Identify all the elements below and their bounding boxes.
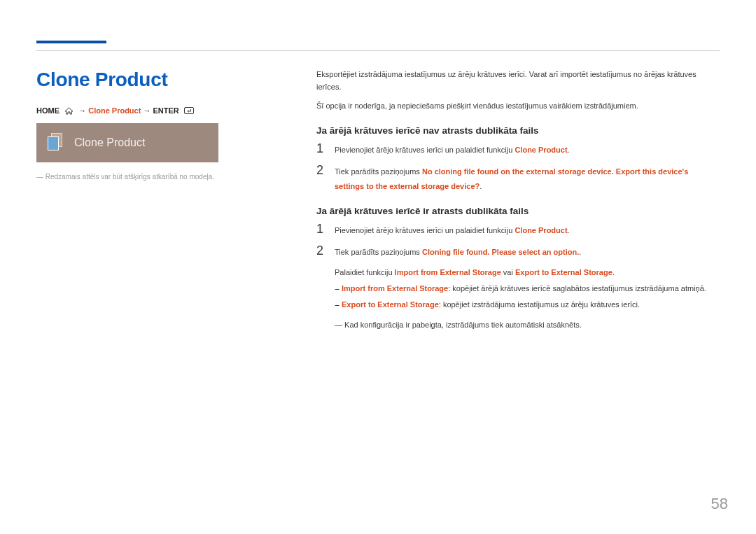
section-2-heading: Ja ārējā krātuves ierīcē ir atrasts dubl…: [316, 206, 720, 216]
page-root: Clone Product HOME → Clone Product → ENT…: [0, 0, 756, 534]
text: : kopējiet izstrādājuma iestatījumus uz …: [439, 300, 640, 309]
breadcrumb-product: Clone Product: [88, 106, 141, 115]
clone-product-tile: Clone Product: [36, 123, 218, 162]
intro-block: Eksportējiet izstrādājuma iestatījumus u…: [316, 69, 720, 113]
enter-icon: [184, 107, 194, 115]
breadcrumb-arrow-2: →: [143, 106, 150, 115]
left-note: ― Redzamais attēls var būt atšķirīgs atk…: [36, 172, 288, 182]
right-column: Eksportējiet izstrādājuma iestatījumus u…: [316, 69, 720, 332]
breadcrumb-home: HOME: [36, 106, 59, 115]
step-number: 1: [316, 141, 326, 157]
step-body: Tiek parādīts paziņojums No cloning file…: [335, 163, 720, 194]
text: Palaidiet funkciju: [335, 268, 395, 276]
svg-rect-0: [184, 108, 193, 114]
s2-step-2: 2 Tiek parādīts paziņojums Cloning file …: [316, 244, 720, 260]
step-number: 2: [316, 163, 326, 178]
page-title: Clone Product: [36, 69, 288, 91]
breadcrumb-arrow-1: →: [78, 106, 86, 115]
step-body: Pievienojiet ārējo krātuves ierīci un pa…: [335, 141, 570, 157]
top-rule: [36, 50, 720, 51]
emph-import: Import from External Storage: [342, 284, 448, 293]
bullet-export: ‒ Export to External Storage: kopējiet i…: [335, 297, 720, 312]
s2-step-1: 1 Pievienojiet ārējo krātuves ierīci un …: [316, 222, 720, 238]
dash-icon: ‒: [335, 297, 342, 312]
content-area: Clone Product HOME → Clone Product → ENT…: [36, 69, 720, 334]
s1-step-1: 1 Pievienojiet ārējo krātuves ierīci un …: [316, 141, 720, 157]
text: .: [479, 182, 482, 190]
text: .: [612, 268, 615, 276]
foot-note: ― Kad konfigurācija ir pabeigta, izstrād…: [335, 318, 720, 332]
sub-list: Palaidiet funkciju Import from External …: [335, 265, 720, 332]
emph-clone-product: Clone Product: [514, 226, 567, 234]
text: Tiek parādīts paziņojums: [335, 248, 422, 256]
step-body: Tiek parādīts paziņojums Cloning file fo…: [335, 244, 581, 260]
intro-line-1: Eksportējiet izstrādājuma iestatījumus u…: [316, 69, 720, 93]
emph-export: Export to External Storage: [342, 300, 439, 309]
text: Pievienojiet ārējo krātuves ierīci un pa…: [335, 226, 514, 234]
text: .: [568, 146, 570, 154]
breadcrumb-enter: ENTER: [153, 106, 178, 115]
emph-import: Import from External Storage: [395, 268, 501, 276]
emph-cloning-file-found: Cloning file found. Please select an opt…: [422, 248, 579, 256]
text: .: [579, 248, 581, 256]
clone-product-icon: [46, 133, 66, 153]
intro-line-2: Šī opcija ir noderīga, ja nepieciešams p…: [316, 100, 720, 113]
left-column: Clone Product HOME → Clone Product → ENT…: [36, 69, 288, 182]
section-1-heading: Ja ārējā krātuves ierīcē nav atrasts dub…: [316, 125, 720, 136]
text: vai: [501, 268, 515, 276]
accent-bar: [36, 41, 106, 43]
page-number: 58: [711, 495, 728, 513]
text: : kopējiet ārējā krātuves ierīcē saglabā…: [448, 284, 706, 293]
text: Pievienojiet ārējo krātuves ierīci un pa…: [335, 146, 514, 154]
home-icon: [64, 107, 74, 115]
breadcrumb: HOME → Clone Product → ENTER: [36, 106, 288, 115]
step-number: 1: [316, 222, 326, 237]
run-line: Palaidiet funkciju Import from External …: [335, 265, 720, 280]
s1-step-2: 2 Tiek parādīts paziņojums No cloning fi…: [316, 163, 720, 194]
text: Tiek parādīts paziņojums: [335, 167, 422, 176]
dash-icon: ‒: [335, 281, 342, 296]
step-body: Pievienojiet ārējo krātuves ierīci un pa…: [335, 222, 570, 238]
text: .: [568, 226, 570, 234]
tile-label: Clone Product: [74, 136, 145, 149]
bullet-import: ‒ Import from External Storage: kopējiet…: [335, 281, 720, 296]
emph-export: Export to External Storage: [515, 268, 612, 276]
step-number: 2: [316, 244, 326, 259]
emph-clone-product: Clone Product: [514, 146, 567, 154]
